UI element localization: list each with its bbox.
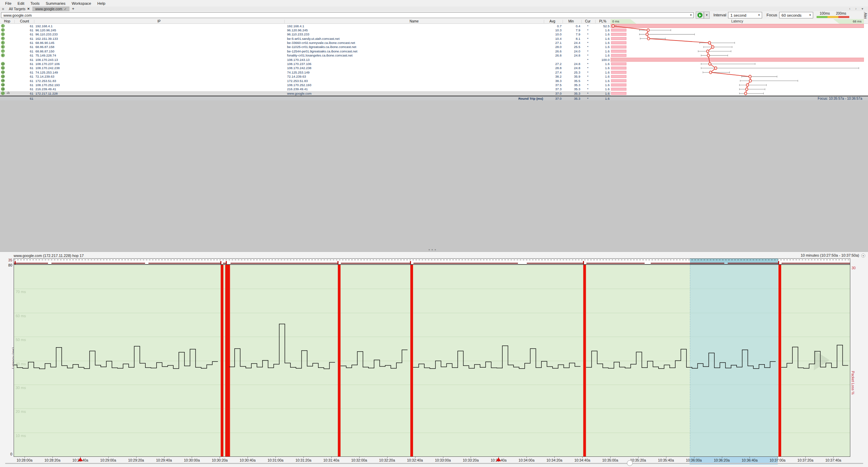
col-avg[interactable]: Avg: [549, 19, 555, 23]
hop-ip: 108.170.252.193: [35, 83, 281, 87]
axis-tick: [582, 456, 583, 458]
range-dropdown-button[interactable]: ▾: [861, 254, 865, 258]
table-row[interactable]: 1061108.170.237.106108.170.237.10627.224…: [0, 62, 611, 66]
col-hop[interactable]: Hop: [4, 19, 10, 23]
col-ip[interactable]: IP: [157, 19, 160, 23]
table-row[interactable]: 56168.86.90.145be-33660-cr02.sunnyvale.c…: [0, 41, 611, 45]
hamburger-icon[interactable]: ≡: [0, 6, 6, 11]
hop-count: 61: [14, 66, 33, 70]
hop-name: 108.170.237.106: [287, 62, 539, 66]
table-row[interactable]: 36196.110.233.23396.110.233.23310.07.9*1…: [0, 32, 611, 36]
interval-value: 1 second: [730, 13, 746, 17]
table-row[interactable]: 61108.170.243.13108.170.243.13*100.0: [0, 58, 611, 62]
col-name[interactable]: Name: [410, 19, 419, 23]
timeline-scrollbar-thumb[interactable]: [627, 460, 633, 466]
hop-cur: *: [581, 41, 594, 45]
hop-name: be-12544-pe01.9greatoaks.ca.ibone.comcas…: [287, 49, 539, 53]
table-row[interactable]: 26196.120.96.24596.120.96.24510.37.9*1.6: [0, 28, 611, 32]
hop-packet-loss: 1.6: [595, 75, 610, 78]
hop-number-badge: 8: [1, 53, 5, 57]
hop-count: 61: [14, 87, 33, 91]
focus-label: Focus: [767, 13, 777, 17]
col-cur[interactable]: Cur: [585, 19, 590, 23]
time-tick-label: 10:29:00a: [100, 458, 116, 462]
time-tick-label: 10:31:40a: [323, 458, 340, 462]
target-value: www.google.com: [3, 13, 32, 17]
latency-timeline-graph[interactable]: [14, 264, 850, 457]
focus-range-label: Focus: 10:35:57a - 10:36:57a: [746, 97, 862, 100]
menu-tools[interactable]: Tools: [27, 1, 43, 6]
hop-number-badge: 15: [1, 83, 5, 87]
time-tick-label: 10:36:20a: [714, 458, 730, 462]
focus-value: 60 seconds: [782, 13, 802, 17]
hop-name: 192.168.4.1: [287, 24, 539, 28]
hop-packet-loss: 1.6: [595, 45, 610, 49]
overview-strip[interactable]: [14, 258, 850, 264]
menu-workspace[interactable]: Workspace: [68, 1, 94, 6]
new-tab-button[interactable]: +: [69, 6, 77, 11]
tab-scroll-arrows[interactable]: ‹ › ▾: [849, 7, 865, 11]
table-row[interactable]: 1461172.253.51.83172.253.51.8338.335.5*1…: [0, 79, 611, 83]
hop-packet-loss: 1.6: [595, 70, 610, 74]
col-pl[interactable]: PL%: [599, 19, 606, 23]
timeline-title: www.google.com (172.217.11.228) hop 17: [14, 254, 84, 258]
timeline-scrollbar-track[interactable]: [5, 463, 863, 464]
table-row[interactable]: 1161108.170.242.238108.170.242.23828.824…: [0, 66, 611, 70]
table-row[interactable]: 1561108.170.252.193108.170.252.19337.535…: [0, 83, 611, 87]
col-min[interactable]: Min: [568, 19, 574, 23]
table-row[interactable]: 1661216.239.49.41216.239.49.4137.335.3*1…: [0, 87, 611, 91]
menu-help[interactable]: Help: [94, 1, 109, 6]
chevron-down-icon[interactable]: ▼: [690, 14, 692, 17]
target-input[interactable]: www.google.com ▼: [1, 12, 694, 18]
time-tick-label: 10:33:00a: [435, 458, 451, 462]
hop-latency-graph: [611, 24, 864, 96]
footer-avg: 37.0: [544, 97, 562, 100]
menu-file[interactable]: File: [2, 1, 15, 6]
hop-name: 96.110.233.233: [287, 32, 539, 36]
axis-tick: [777, 456, 778, 458]
hop-ip: 68.86.87.150: [35, 49, 281, 53]
table-row[interactable]: 461162.151.39.133be-5-ar01.sandy.ut.utah…: [0, 36, 611, 41]
axis-tick: [694, 456, 694, 458]
interval-select[interactable]: 1 second ▼: [728, 12, 762, 18]
focus-select[interactable]: 60 seconds ▼: [779, 12, 813, 18]
hop-min: 25.5: [563, 45, 580, 49]
table-row[interactable]: 86175.149.228.74fonality-cr01.losangeles…: [0, 53, 611, 58]
table-row[interactable]: 161192.168.4.1192.168.4.10.70.4*52.5: [0, 24, 611, 28]
timeline-range-label[interactable]: 10 minutes (10:27:50a - 10:37:50a): [801, 253, 859, 257]
table-row[interactable]: 1761172.217.11.228www.google.com37.035.3…: [0, 91, 611, 95]
play-button[interactable]: [696, 12, 704, 19]
table-row[interactable]: 66168.86.87.158be-11025-cr01.9greatoaks.…: [0, 45, 611, 49]
time-tick-label: 10:37:20a: [798, 458, 814, 462]
packet-loss-axis-title: Packet Loss %: [851, 371, 855, 394]
watermark-arrow-icon: [814, 350, 830, 370]
hop-packet-loss: 1.6: [595, 49, 610, 53]
table-row[interactable]: 76168.86.87.150be-12544-pe01.9greatoaks.…: [0, 49, 611, 53]
axis-tick: [331, 456, 332, 458]
hop-min: 24.8: [563, 53, 580, 57]
hop-count: 61: [14, 75, 33, 78]
play-options-button[interactable]: ▼: [704, 12, 710, 19]
menu-edit[interactable]: Edit: [15, 1, 28, 6]
pane-splitter-handle[interactable]: ●●●: [428, 248, 438, 251]
hop-packet-loss: 1.6: [595, 66, 610, 70]
time-tick-label: 10:33:20a: [463, 458, 479, 462]
mini-strip-scale-label: 35: [6, 258, 12, 262]
tab-all-targets[interactable]: All Targets ✕: [6, 6, 32, 11]
col-count[interactable]: Count: [20, 19, 29, 23]
close-icon[interactable]: ✕: [27, 7, 30, 11]
hop-ip: 172.253.51.83: [35, 79, 281, 83]
menu-summaries[interactable]: Summaries: [43, 1, 68, 6]
hop-packet-loss: 1.6: [595, 92, 610, 95]
hop-min: 24.4: [563, 41, 580, 45]
footer-count: 61: [14, 97, 33, 100]
hop-cur: *: [581, 70, 594, 74]
time-tick-label: 10:31:00a: [268, 458, 284, 462]
hop-packet-loss: 100.0: [595, 58, 610, 62]
time-tick-label: 10:37:40a: [825, 458, 841, 462]
hop-name: 172.253.51.83: [287, 79, 539, 83]
footer-pl: 1.6: [595, 97, 610, 100]
tab-google[interactable]: www.google.com ✓: [32, 6, 69, 11]
table-row[interactable]: 126174.125.253.14974.125.253.14927.425.3…: [0, 70, 611, 74]
table-row[interactable]: 136172.14.239.6372.14.239.6338.235.9*1.6: [0, 75, 611, 79]
